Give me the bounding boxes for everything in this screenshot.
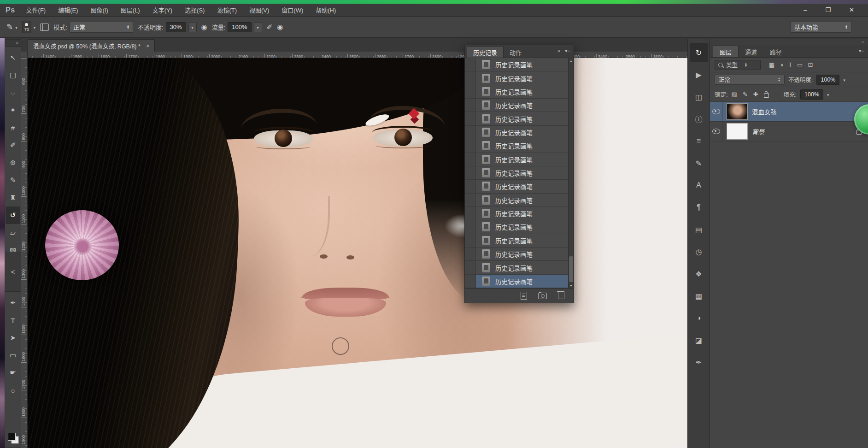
panel-tab[interactable]: 历史记录 (467, 46, 504, 58)
layer-filter-select[interactable]: 类型 (715, 60, 761, 70)
filter-smart-objects-icon[interactable]: ⊡ (808, 61, 813, 68)
menu-item[interactable]: 图像(I) (91, 6, 108, 14)
delete-state-icon[interactable] (558, 292, 564, 299)
dock-collapse-button[interactable]: » (710, 39, 868, 45)
history-source-checkbox[interactable] (465, 166, 476, 179)
actions-panel-icon[interactable]: ▶ (690, 65, 708, 84)
filter-type-layers-icon[interactable]: T (788, 61, 792, 68)
flow-value[interactable]: 100% (228, 22, 251, 32)
menu-item[interactable]: 滤镜(T) (217, 6, 237, 14)
type-tool[interactable]: T (6, 312, 20, 329)
lock-all-icon[interactable] (764, 93, 769, 98)
close-button[interactable]: ✕ (849, 6, 854, 13)
brush-preset-picker[interactable]: 70 (22, 21, 36, 33)
filter-shape-layers-icon[interactable]: ▭ (797, 61, 803, 68)
tool-presets-panel-icon[interactable]: ◫ (690, 87, 708, 106)
swatches-panel-icon[interactable]: ❖ (690, 264, 708, 283)
history-source-checkbox[interactable] (465, 99, 476, 112)
history-state-row[interactable]: 历史记录画笔 (465, 234, 569, 248)
document-tab[interactable]: 混血女孩.psd @ 50% (混血女孩, RGB/8) * × (28, 39, 155, 52)
panel-tab[interactable]: 通道 (739, 46, 763, 57)
tool-preset-picker[interactable]: ✎ (6, 22, 18, 32)
history-source-checkbox[interactable] (465, 207, 476, 220)
history-state-row[interactable]: 历史记录画笔 (465, 112, 569, 125)
history-source-checkbox[interactable] (465, 275, 476, 288)
history-source-checkbox[interactable] (465, 139, 476, 152)
history-brush-tool[interactable]: ↺ (6, 206, 20, 224)
tab-close-icon[interactable]: × (146, 42, 150, 49)
healing-brush-tool[interactable]: ⊕ (6, 154, 20, 171)
history-source-checkbox[interactable] (465, 71, 476, 84)
layer-thumbnail[interactable] (727, 123, 748, 140)
panel-menu-icon[interactable]: ▾≡ (859, 48, 864, 54)
new-snapshot-icon[interactable] (538, 293, 547, 299)
history-source-checkbox[interactable] (465, 194, 476, 206)
collapse-panel-arrow[interactable]: < (5, 252, 21, 292)
panel-tab[interactable]: 图层 (713, 46, 739, 57)
history-state-row[interactable]: 历史记录画笔 (465, 248, 569, 261)
history-source-checkbox[interactable] (465, 58, 476, 71)
styles-panel-icon[interactable]: ◪ (690, 330, 708, 350)
brush-tool[interactable]: ✎ (6, 171, 20, 189)
layer-row[interactable]: 背景 (710, 122, 868, 141)
lasso-tool[interactable]: ◌ (6, 84, 20, 101)
brush-panel-icon[interactable]: ✒ (690, 353, 708, 372)
toggle-brush-panel-icon[interactable] (40, 24, 49, 31)
opacity-value[interactable]: 30% (166, 22, 186, 32)
opacity-dropdown-button[interactable] (188, 22, 197, 32)
history-state-row[interactable]: 历史记录画笔 (465, 85, 569, 99)
chevron-down-icon[interactable] (843, 77, 845, 83)
fill-value[interactable]: 100% (800, 89, 823, 100)
history-state-row[interactable]: 历史记录画笔 (465, 153, 569, 166)
history-state-row[interactable]: 历史记录画笔 (465, 275, 569, 288)
marquee-tool[interactable]: ▢ (6, 66, 20, 84)
toolbox-collapse-button[interactable]: » (5, 40, 21, 47)
menu-item[interactable]: 视图(V) (249, 6, 269, 14)
history-state-row[interactable]: 历史记录画笔 (465, 58, 569, 71)
new-document-from-state-icon[interactable] (521, 292, 527, 300)
tablet-pressure-size-icon[interactable]: ◉ (277, 23, 283, 31)
timeline-panel-icon[interactable]: ◷ (690, 242, 708, 261)
lock-position-icon[interactable] (753, 91, 758, 98)
history-state-row[interactable]: 历史记录画笔 (465, 166, 569, 180)
history-source-checkbox[interactable] (465, 153, 476, 166)
move-tool[interactable]: ↖ (6, 49, 20, 66)
menu-item[interactable]: 文字(Y) (152, 6, 172, 14)
layer-opacity-value[interactable]: 100% (816, 75, 839, 85)
panel-tab[interactable]: 路径 (763, 46, 788, 57)
history-panel-icon[interactable]: ↻ (690, 43, 708, 62)
lock-brush-icon[interactable] (743, 91, 748, 98)
layer-visibility-toggle[interactable] (710, 122, 722, 141)
crop-tool[interactable]: # (6, 119, 20, 136)
history-state-row[interactable]: 历史记录画笔 (465, 194, 569, 207)
tablet-pressure-opacity-icon[interactable]: ◉ (201, 23, 207, 31)
layer-blend-mode-select[interactable]: 正常 (715, 75, 785, 85)
layer-comps-panel-icon[interactable]: ▤ (690, 220, 708, 239)
shape-tool[interactable]: ▭ (6, 347, 20, 364)
history-source-checkbox[interactable] (465, 234, 476, 247)
color-swatches[interactable] (8, 433, 19, 444)
history-state-row[interactable]: 历史记录画笔 (465, 139, 569, 153)
history-state-row[interactable]: 历史记录画笔 (465, 126, 569, 139)
eraser-tool[interactable]: ▱ (6, 224, 20, 242)
info-panel-icon[interactable]: ⓘ (690, 109, 708, 129)
scrollbar-thumb[interactable] (569, 256, 573, 282)
history-state-row[interactable]: 历史记录画笔 (465, 207, 569, 220)
paragraph-panel-icon[interactable]: ¶ (690, 198, 708, 217)
color-panel-icon[interactable]: ≡ (690, 131, 708, 151)
history-source-checkbox[interactable] (465, 261, 476, 274)
quick-selection-tool[interactable]: ✶ (6, 101, 20, 119)
adjustments-panel-icon[interactable]: ◑ (690, 308, 708, 328)
brush-presets-panel-icon[interactable]: ✎ (690, 153, 708, 173)
filter-pixel-layers-icon[interactable]: ▦ (769, 61, 774, 68)
menu-item[interactable]: 窗口(W) (282, 6, 303, 14)
history-state-row[interactable]: 历史记录画笔 (465, 261, 569, 274)
restore-button[interactable]: ❐ (825, 6, 831, 13)
pen-tool[interactable]: ✒ (6, 294, 20, 312)
panel-tab[interactable]: 动作 (504, 47, 528, 58)
character-panel-icon[interactable]: A (690, 176, 708, 195)
hand-tool[interactable]: ☛ (6, 364, 20, 382)
workspace-switcher[interactable]: 基本功能 (791, 22, 851, 33)
filter-adjustment-layers-icon[interactable]: ◑ (780, 61, 783, 68)
menu-item[interactable]: 编辑(E) (58, 6, 78, 14)
